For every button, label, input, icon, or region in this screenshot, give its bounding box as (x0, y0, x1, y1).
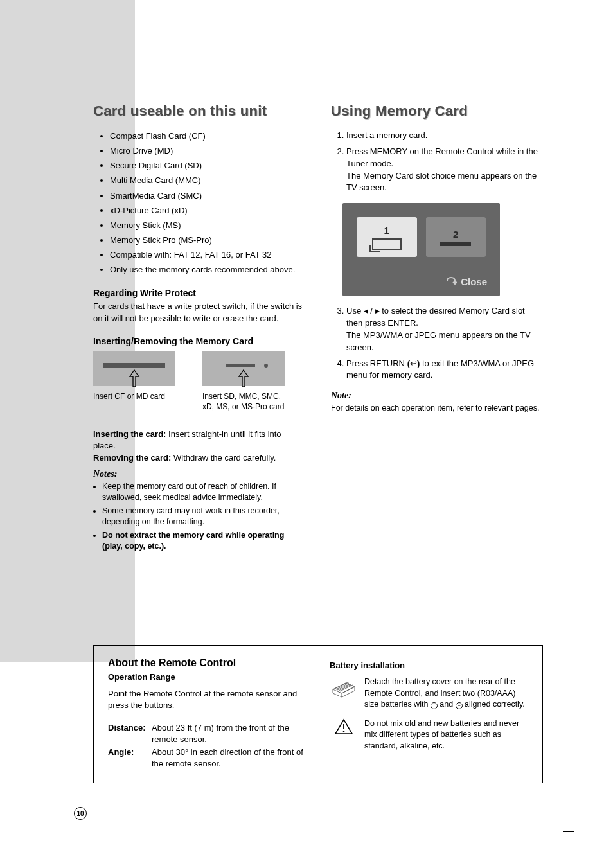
step-2: Press MEMORY on the Remote Control while… (346, 146, 543, 194)
angle-row: Angle: About 30° in each direction of th… (108, 747, 306, 770)
angle-value: About 30° in each direction of the front… (152, 747, 306, 770)
menu-slot-2: 2 (426, 217, 486, 257)
slot-sd-diagram (202, 351, 285, 386)
battery-head: Battery installation (330, 660, 405, 670)
slot-number: 2 (453, 229, 458, 240)
sd-slot-icon (440, 242, 471, 246)
battery-cover-icon (330, 677, 358, 698)
using-memory-title: Using Memory Card (331, 103, 543, 120)
slot-captions: Insert CF or MD card Insert SD, MMC, SMC… (93, 391, 305, 412)
svg-point-1 (343, 731, 344, 732)
remote-left-col: About the Remote Control Operation Range… (108, 657, 306, 771)
step3-post: The MP3/WMA or JPEG menu appears on the … (346, 330, 531, 352)
angle-label: Angle: (108, 747, 152, 770)
slot-cf-diagram (93, 351, 175, 386)
insert-remove-heading: Inserting/Removing the Memory Card (93, 336, 305, 346)
step3-pre: Use (346, 306, 364, 315)
step3-mid: to select the desired Memory Card slot t… (346, 306, 525, 328)
step-2a: Press MEMORY on the Remote Control while… (346, 146, 538, 168)
and-word: and (438, 700, 456, 709)
return-icon: ↩ (410, 359, 417, 368)
plus-icon: + (431, 702, 438, 709)
removing-text: Withdraw the card carefully. (171, 453, 276, 463)
list-item: Micro Drive (MD) (110, 145, 305, 157)
note-body: For details on each operation item, refe… (331, 403, 543, 414)
left-column: Card useable on this unit Compact Flash … (93, 103, 305, 554)
slot-figure (93, 351, 305, 386)
write-protect-heading: Regarding Write Protect (93, 288, 305, 298)
battery-install-row: Detach the battery cover on the rear of … (330, 677, 528, 711)
list-item: Compact Flash Card (CF) (110, 130, 305, 143)
notes-label: Notes: (93, 469, 305, 479)
remote-right-col: Battery installation Detach the b (330, 657, 528, 771)
card-list: Compact Flash Card (CF) Micro Drive (MD)… (93, 130, 305, 276)
list-item: Compatible with: FAT 12, FAT 16, or FAT … (110, 249, 305, 261)
list-item: Memory Stick Pro (MS-Pro) (110, 234, 305, 247)
arrow-up-icon (238, 369, 249, 388)
page-content: Card useable on this unit Compact Flash … (93, 103, 543, 554)
caption-left: Insert CF or MD card (93, 391, 175, 412)
list-item: Only use the memory cards recommended ab… (110, 263, 305, 276)
step-3: Use ◀ / ▶ to select the desired Memory C… (346, 305, 543, 353)
inserting-paragraph: Inserting the card: Insert straight-in u… (93, 429, 305, 464)
write-protect-body: For cards that have a write protect swit… (93, 301, 305, 324)
menu-slot-1: 1 (357, 217, 417, 257)
return-icon (445, 276, 457, 287)
note-item: Do not extract the memory card while ope… (102, 530, 305, 553)
memory-slot-menu: 1 2 Close (342, 203, 500, 296)
caption-right: Insert SD, MMC, SMC, xD, MS, or MS-Pro c… (202, 391, 285, 412)
battery-post: aligned correctly. (463, 700, 525, 709)
removing-bold: Removing the card: (93, 453, 171, 463)
using-steps: Insert a memory card. Press MEMORY on th… (331, 130, 543, 194)
right-column: Using Memory Card Insert a memory card. … (331, 103, 543, 554)
inserting-bold: Inserting the card: (93, 429, 166, 439)
crop-mark-br (563, 820, 574, 832)
crop-mark-tr (563, 40, 574, 51)
note-label: Note: (331, 391, 543, 401)
left-arrow-icon: ◀ (364, 308, 368, 314)
operation-range-head: Operation Range (108, 672, 175, 682)
warning-body: Do not mix old and new batteries and nev… (364, 718, 528, 752)
note-bold: Do not extract the memory card while ope… (102, 531, 284, 551)
slot-number: 1 (384, 225, 389, 236)
list-item: Multi Media Card (MMC) (110, 174, 305, 187)
about-remote-title: About the Remote Control (108, 657, 306, 669)
warning-icon (330, 718, 358, 735)
distance-row: Distance: About 23 ft (7 m) from the fro… (108, 722, 306, 745)
list-item: Secure Digital Card (SD) (110, 159, 305, 172)
card-usable-title: Card useable on this unit (93, 103, 305, 120)
note-item: Keep the memory card out of reach of chi… (102, 481, 305, 504)
notes-list: Keep the memory card out of reach of chi… (93, 481, 305, 553)
right-arrow-icon: ▶ (375, 308, 380, 314)
arrow-up-icon (129, 369, 140, 388)
battery-warning-row: Do not mix old and new batteries and nev… (330, 718, 528, 752)
page-number: 10 (74, 807, 87, 820)
operation-range-body: Point the Remote Control at the remote s… (108, 688, 306, 711)
list-item: Memory Stick (MS) (110, 219, 305, 232)
step-4: Press RETURN (↩) to exit the MP3/WMA or … (346, 358, 543, 382)
minus-icon: − (456, 702, 463, 709)
distance-value: About 23 ft (7 m) from the front of the … (152, 722, 306, 745)
list-item: SmartMedia Card (SMC) (110, 190, 305, 202)
distance-label: Distance: (108, 722, 152, 745)
battery-body: Detach the battery cover on the rear of … (364, 677, 528, 711)
step-1: Insert a memory card. (346, 130, 543, 142)
menu-close-row: Close (445, 276, 487, 287)
using-steps-cont: Use ◀ / ▶ to select the desired Memory C… (331, 305, 543, 382)
step4-pre: Press RETURN (346, 359, 407, 368)
list-item: xD-Picture Card (xD) (110, 204, 305, 217)
step-2b: The Memory Card slot choice menu appears… (346, 171, 537, 193)
close-label: Close (461, 276, 487, 287)
cf-slot-icon (372, 238, 402, 250)
note-item: Some memory card may not work in this re… (102, 506, 305, 528)
remote-control-box: About the Remote Control Operation Range… (93, 645, 543, 783)
